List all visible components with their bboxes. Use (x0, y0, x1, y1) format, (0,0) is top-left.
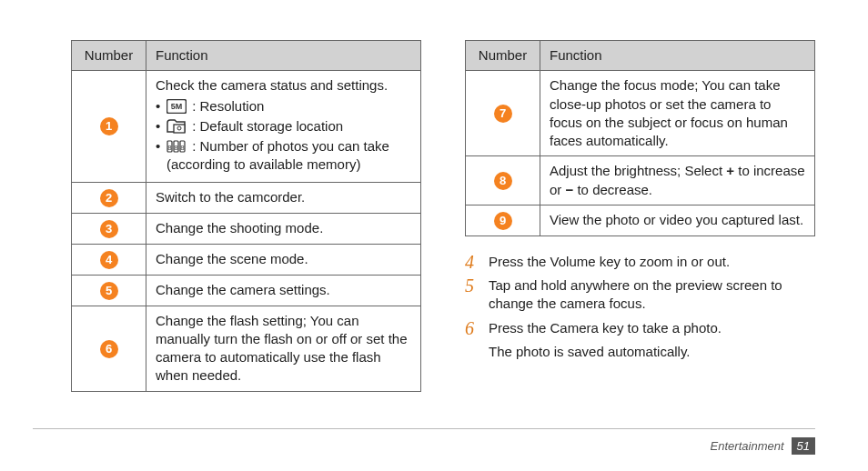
badge-5: 5 (100, 282, 118, 300)
resolution-icon: 5M (167, 99, 187, 114)
badge-3: 3 (100, 220, 118, 238)
function-cell-1: Check the camera status and settings. 5M… (146, 71, 421, 182)
badge-2: 2 (100, 189, 118, 207)
table-row: 1 Check the camera status and settings. … (72, 71, 421, 182)
function-cell-6: Change the flash setting; You can manual… (146, 306, 421, 391)
step-number: 5 (465, 276, 479, 314)
header-number: Number (466, 41, 540, 71)
badge-1: 1 (100, 117, 118, 135)
right-column: Number Function 7 Change the focus mode;… (465, 40, 815, 392)
header-function: Function (540, 41, 815, 71)
function-cell-3: Change the shooting mode. (146, 213, 421, 244)
counter-icon: 888 (167, 139, 187, 154)
row1-bullet-1: 5M : Resolution (156, 97, 411, 115)
svg-text:5M: 5M (171, 102, 183, 111)
table-row: 6 Change the flash setting; You can manu… (72, 306, 421, 391)
footer-divider (33, 428, 815, 429)
function-cell-2: Switch to the camcorder. (146, 182, 421, 213)
section-name: Entertainment (711, 439, 784, 453)
table-row: 5 Change the camera settings. (72, 275, 421, 306)
table-row: 9 View the photo or video you captured l… (466, 205, 815, 236)
table-row: 8 Adjust the brightness; Select + to inc… (466, 156, 815, 205)
function-cell-7: Change the focus mode; You can take clos… (540, 71, 815, 156)
table-header-row: Number Function (466, 41, 815, 71)
function-cell-9: View the photo or video you captured las… (540, 205, 815, 236)
page-content: Number Function 1 Check the camera statu… (0, 0, 868, 392)
header-function: Function (146, 41, 421, 71)
step-text: Tap and hold anywhere on the preview scr… (489, 276, 815, 314)
page-number: 51 (792, 437, 815, 455)
step-number: 6 (465, 319, 479, 337)
steps-list: 4 Press the Volume key to zoom in or out… (465, 253, 815, 361)
svg-text:8: 8 (167, 144, 172, 152)
step-number: 4 (465, 253, 479, 271)
header-number: Number (72, 41, 146, 71)
table-row: 3 Change the shooting mode. (72, 213, 421, 244)
table-right: Number Function 7 Change the focus mode;… (465, 40, 815, 236)
function-cell-5: Change the camera settings. (146, 275, 421, 306)
function-cell-8: Adjust the brightness; Select + to incre… (540, 156, 815, 205)
storage-icon (167, 119, 187, 134)
page-footer: Entertainment 51 (711, 437, 815, 455)
badge-9: 9 (494, 212, 512, 230)
badge-4: 4 (100, 251, 118, 269)
row1-bullet-3: 888 : Number of photos you can take (acc… (156, 137, 411, 175)
badge-7: 7 (494, 105, 512, 123)
table-left: Number Function 1 Check the camera statu… (71, 40, 421, 392)
step-text: Press the Camera key to take a photo. (489, 319, 722, 337)
table-row: 2 Switch to the camcorder. (72, 182, 421, 213)
table-row: 4 Change the scene mode. (72, 244, 421, 275)
function-cell-4: Change the scene mode. (146, 244, 421, 275)
svg-text:8: 8 (174, 144, 178, 152)
step-6-sub: The photo is saved automatically. (489, 343, 815, 361)
svg-rect-2 (174, 125, 185, 133)
left-column: Number Function 1 Check the camera statu… (71, 40, 421, 392)
step-4: 4 Press the Volume key to zoom in or out… (465, 253, 815, 271)
step-5: 5 Tap and hold anywhere on the preview s… (465, 276, 815, 314)
step-6: 6 Press the Camera key to take a photo. (465, 319, 815, 337)
svg-text:8: 8 (180, 144, 185, 152)
table-header-row: Number Function (72, 41, 421, 71)
badge-8: 8 (494, 172, 512, 190)
step-text: Press the Volume key to zoom in or out. (489, 253, 730, 271)
badge-6: 6 (100, 340, 118, 358)
table-row: 7 Change the focus mode; You can take cl… (466, 71, 815, 156)
row1-bullet-2: : Default storage location (156, 117, 411, 135)
row1-intro: Check the camera status and settings. (156, 76, 411, 95)
